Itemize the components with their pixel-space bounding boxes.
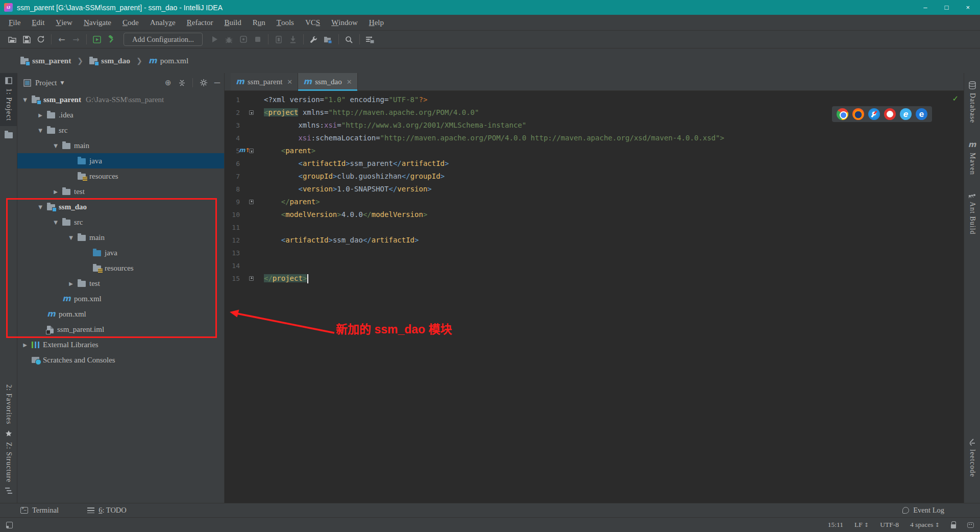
code-line-10[interactable]: 10 <modelVersion>4.0.0</modelVersion> <box>225 208 964 221</box>
tree-item-java[interactable]: java <box>17 245 224 260</box>
tool-button-favorites-label[interactable]: 2: Favorites <box>5 384 13 425</box>
code-line-13[interactable]: 13 <box>225 247 964 259</box>
ie-browser-icon[interactable] <box>900 108 912 120</box>
indent-setting[interactable]: 4 spaces ↕ <box>910 521 940 529</box>
tree-open-arrow-icon[interactable]: ▼ <box>49 220 62 225</box>
tree-item-scratches-and-consoles[interactable]: Scratches and Consoles <box>17 352 224 368</box>
code-line-1[interactable]: 1<?xml version="1.0" encoding="UTF-8"?> <box>225 93 964 106</box>
code-line-15[interactable]: 15</project> <box>225 272 964 285</box>
code-editor[interactable]: ✓ 1<?xml version="1.0" encoding="UTF-8"?… <box>225 91 964 503</box>
menu-help[interactable]: Help <box>363 15 389 30</box>
tree-item-main[interactable]: ▼main <box>17 138 224 153</box>
folder-tool-icon[interactable] <box>5 132 13 138</box>
inspection-ok-icon[interactable]: ✓ <box>952 94 959 103</box>
collapse-all-icon[interactable] <box>179 80 185 86</box>
tree-open-arrow-icon[interactable]: ▼ <box>34 128 47 133</box>
fold-close-icon[interactable] <box>249 276 254 281</box>
tree-open-arrow-icon[interactable]: ▼ <box>49 143 62 149</box>
tree-closed-arrow-icon[interactable]: ▶ <box>18 342 32 348</box>
tree-item-main[interactable]: ▼main <box>17 230 224 245</box>
tree-open-arrow-icon[interactable]: ▼ <box>64 235 78 240</box>
firefox-browser-icon[interactable] <box>852 108 864 120</box>
tree-item-external-libraries[interactable]: ▶External Libraries <box>17 337 224 352</box>
open-project-icon[interactable] <box>5 33 19 46</box>
fold-open-icon[interactable] <box>249 149 254 153</box>
chrome-browser-icon[interactable] <box>837 108 848 120</box>
fold-close-icon[interactable] <box>249 200 254 204</box>
tree-item-test[interactable]: ▶test <box>17 184 224 199</box>
safari-browser-icon[interactable] <box>868 108 880 120</box>
code-line-5[interactable]: 5m <parent> <box>225 144 964 157</box>
code-line-8[interactable]: 8 <version>1.0-SNAPSHOT</version> <box>225 183 964 196</box>
menu-analyze[interactable]: Analyze <box>144 15 181 30</box>
status-widget-icon[interactable] <box>967 522 974 528</box>
menu-window[interactable]: Window <box>326 15 363 30</box>
tool-button-leetcode[interactable]: leetcode <box>968 438 976 477</box>
debug-disabled-icon[interactable] <box>222 33 236 46</box>
save-all-icon[interactable] <box>19 33 34 46</box>
menu-tools[interactable]: Tools <box>271 15 300 30</box>
editor-tab-ssm_dao[interactable]: mssm_dao✕ <box>298 73 357 90</box>
tree-item-pom-xml[interactable]: mpom.xml <box>17 306 224 322</box>
menu-edit[interactable]: Edit <box>26 15 50 30</box>
stop-disabled-icon[interactable] <box>251 33 265 46</box>
tree-open-arrow-icon[interactable]: ▼ <box>18 97 32 103</box>
tree-item-pom-xml[interactable]: mpom.xml <box>17 291 224 306</box>
structure-tool-icon[interactable] <box>5 488 12 494</box>
edge-browser-icon[interactable] <box>916 108 927 120</box>
tool-button-ant-build[interactable]: Ant Build <box>968 192 976 235</box>
tool-button-database[interactable]: Database <box>968 81 976 123</box>
sync-settings-icon[interactable] <box>363 33 377 46</box>
code-line-4[interactable]: 4 xsi:schemaLocation="http://maven.apach… <box>225 132 964 144</box>
menu-file[interactable]: File <box>3 15 26 30</box>
tab-close-icon[interactable]: ✕ <box>347 78 352 86</box>
tree-item-src[interactable]: ▼src <box>17 123 224 138</box>
menu-code[interactable]: Code <box>117 15 144 30</box>
tree-item-java[interactable]: java <box>17 153 224 168</box>
menu-refactor[interactable]: Refactor <box>181 15 219 30</box>
tree-open-arrow-icon[interactable]: ▼ <box>34 204 47 210</box>
tool-button-structure-label[interactable]: Z: Structure <box>5 442 13 482</box>
tree-item-ssm-parent-iml[interactable]: ssm_parent.iml <box>17 322 224 337</box>
run-disabled-icon[interactable] <box>208 33 222 46</box>
update-disabled-icon[interactable] <box>286 33 300 46</box>
tool-button-todo[interactable]: 6: TODO <box>87 506 127 515</box>
tool-button-maven[interactable]: mMaven <box>968 140 976 175</box>
chevron-down-icon[interactable]: ▼ <box>61 80 64 85</box>
tree-item--idea[interactable]: ▶.idea <box>17 107 224 123</box>
star-icon[interactable] <box>5 430 12 437</box>
toolwindow-toggle-icon[interactable] <box>6 522 13 528</box>
fold-open-icon[interactable] <box>249 110 254 115</box>
search-everywhere-icon[interactable] <box>342 33 356 46</box>
menu-view[interactable]: View <box>50 15 78 30</box>
tree-item-ssm-parent[interactable]: ▼ssm_parent G:\Java-SSM\ssm_parent <box>17 92 224 107</box>
menu-run[interactable]: Run <box>247 15 271 30</box>
caret-position[interactable]: 15:11 <box>828 521 843 529</box>
minimize-button[interactable]: – <box>923 4 927 11</box>
maven-import-icon[interactable]: m <box>239 147 250 154</box>
close-button[interactable]: × <box>966 4 970 11</box>
editor-tab-ssm_parent[interactable]: mssm_parent✕ <box>231 73 298 90</box>
project-panel-title[interactable]: Project <box>35 79 57 87</box>
coverage-disabled-icon[interactable] <box>236 33 251 46</box>
code-line-9[interactable]: 9 </parent> <box>225 196 964 208</box>
add-configuration-button[interactable]: Add Configuration... <box>124 33 203 46</box>
tree-item-ssm-dao[interactable]: ▼ssm_dao <box>17 199 224 214</box>
menu-navigate[interactable]: Navigate <box>78 15 117 30</box>
locate-file-icon[interactable]: ⊕ <box>165 78 172 87</box>
menu-vcs[interactable]: VCS <box>300 15 326 30</box>
profiler-disabled-icon[interactable] <box>272 33 286 46</box>
project-structure-icon[interactable] <box>321 33 335 46</box>
tree-closed-arrow-icon[interactable]: ▶ <box>64 281 78 286</box>
synchronize-icon[interactable] <box>34 33 48 46</box>
code-line-11[interactable]: 11 <box>225 221 964 234</box>
tool-button-project[interactable]: 1: Project <box>0 73 17 126</box>
tab-close-icon[interactable]: ✕ <box>287 78 292 86</box>
tree-closed-arrow-icon[interactable]: ▶ <box>34 112 47 118</box>
breadcrumb-item-pom.xml[interactable]: mpom.xml <box>149 56 189 65</box>
tool-button-terminal[interactable]: Terminal <box>20 506 59 515</box>
tree-item-resources[interactable]: resources <box>17 168 224 184</box>
breadcrumb-item-ssm_parent[interactable]: ssm_parent <box>20 56 71 65</box>
forward-icon[interactable]: → <box>69 33 83 46</box>
build-hammer-icon[interactable] <box>104 33 118 46</box>
